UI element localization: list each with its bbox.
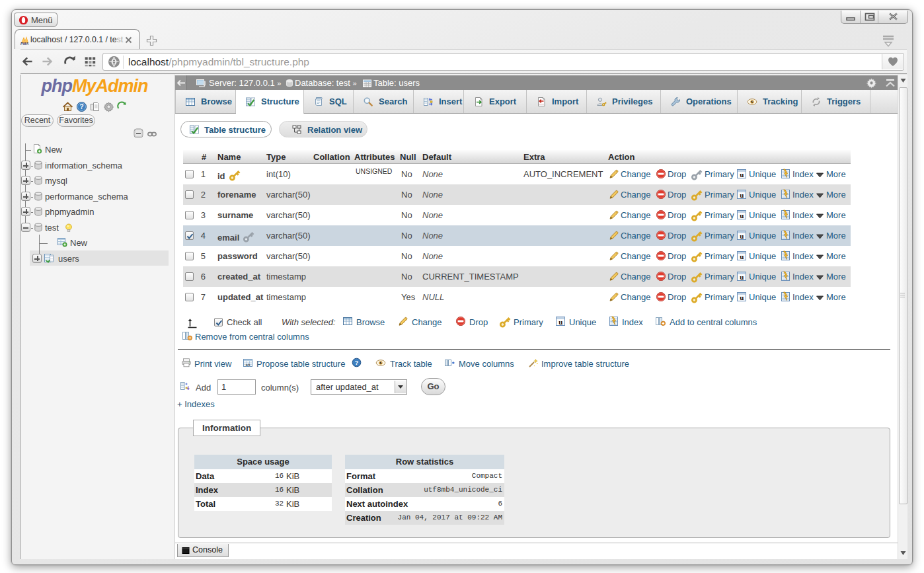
svg-text:u: u bbox=[558, 318, 562, 326]
svg-text:u: u bbox=[740, 211, 744, 219]
svg-text:u: u bbox=[740, 252, 744, 260]
svg-text:?: ? bbox=[79, 103, 83, 110]
svg-text:u: u bbox=[740, 171, 744, 178]
svg-text:u: u bbox=[740, 232, 744, 240]
svg-text:u: u bbox=[740, 191, 744, 199]
svg-text:u: u bbox=[740, 273, 744, 281]
svg-text:ab: ab bbox=[245, 363, 250, 367]
svg-text:PMA: PMA bbox=[20, 42, 28, 46]
svg-text:u: u bbox=[740, 293, 744, 301]
svg-text:?: ? bbox=[355, 360, 359, 366]
